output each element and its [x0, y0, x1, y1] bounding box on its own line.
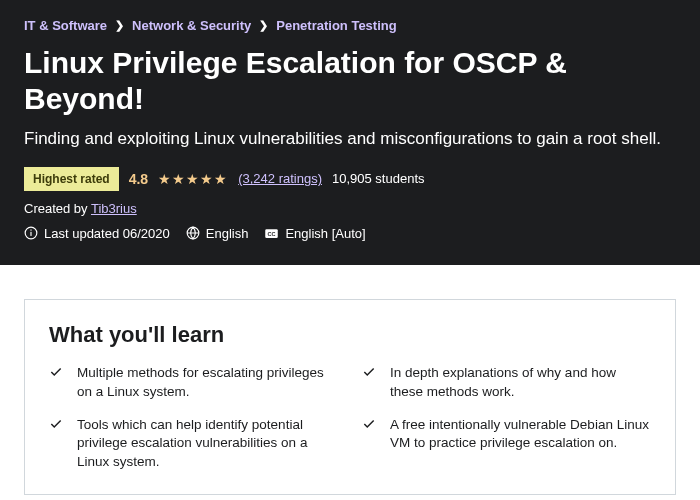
created-by-label: Created by — [24, 201, 91, 216]
breadcrumb-link[interactable]: Penetration Testing — [276, 18, 396, 33]
breadcrumb-link[interactable]: IT & Software — [24, 18, 107, 33]
star-icons: ★★★★★ — [158, 171, 228, 187]
language: English — [186, 226, 249, 241]
ratings-link[interactable]: (3,242 ratings) — [238, 171, 322, 186]
author-row: Created by Tib3rius — [24, 201, 676, 216]
learn-text: Tools which can help identify potential … — [77, 416, 338, 473]
course-subtitle: Finding and exploiting Linux vulnerabili… — [24, 127, 676, 151]
what-youll-learn-box: What you'll learn Multiple methods for e… — [24, 299, 676, 495]
last-updated: Last updated 06/2020 — [24, 226, 170, 241]
learn-item: A free intentionally vulnerable Debian L… — [362, 416, 651, 473]
cc-icon: CC — [264, 226, 279, 241]
breadcrumb-link[interactable]: Network & Security — [132, 18, 251, 33]
check-icon — [362, 417, 376, 473]
learn-item: Multiple methods for escalating privileg… — [49, 364, 338, 402]
learn-item: In depth explanations of why and how the… — [362, 364, 651, 402]
learn-text: A free intentionally vulnerable Debian L… — [390, 416, 651, 473]
learn-item: Tools which can help identify potential … — [49, 416, 338, 473]
captions: CC English [Auto] — [264, 226, 365, 241]
last-updated-text: Last updated 06/2020 — [44, 226, 170, 241]
course-header: IT & Software ❯ Network & Security ❯ Pen… — [0, 0, 700, 265]
rating-row: Highest rated 4.8 ★★★★★ (3,242 ratings) … — [24, 167, 676, 191]
svg-rect-2 — [30, 230, 31, 231]
svg-text:CC: CC — [268, 231, 276, 237]
highest-rated-badge: Highest rated — [24, 167, 119, 191]
rating-value: 4.8 — [129, 171, 148, 187]
check-icon — [49, 417, 63, 473]
course-title: Linux Privilege Escalation for OSCP & Be… — [24, 45, 676, 117]
breadcrumb: IT & Software ❯ Network & Security ❯ Pen… — [24, 18, 676, 33]
learn-text: In depth explanations of why and how the… — [390, 364, 651, 402]
chevron-right-icon: ❯ — [259, 19, 268, 32]
globe-icon — [186, 226, 200, 240]
check-icon — [362, 365, 376, 402]
chevron-right-icon: ❯ — [115, 19, 124, 32]
info-icon — [24, 226, 38, 240]
captions-text: English [Auto] — [285, 226, 365, 241]
learn-heading: What you'll learn — [49, 322, 651, 348]
meta-info-row: Last updated 06/2020 English CC English … — [24, 226, 676, 241]
students-count: 10,905 students — [332, 171, 425, 186]
check-icon — [49, 365, 63, 402]
language-text: English — [206, 226, 249, 241]
learn-text: Multiple methods for escalating privileg… — [77, 364, 338, 402]
svg-rect-1 — [30, 232, 31, 236]
content-area: What you'll learn Multiple methods for e… — [0, 265, 700, 495]
author-link[interactable]: Tib3rius — [91, 201, 137, 216]
learn-grid: Multiple methods for escalating privileg… — [49, 364, 651, 472]
